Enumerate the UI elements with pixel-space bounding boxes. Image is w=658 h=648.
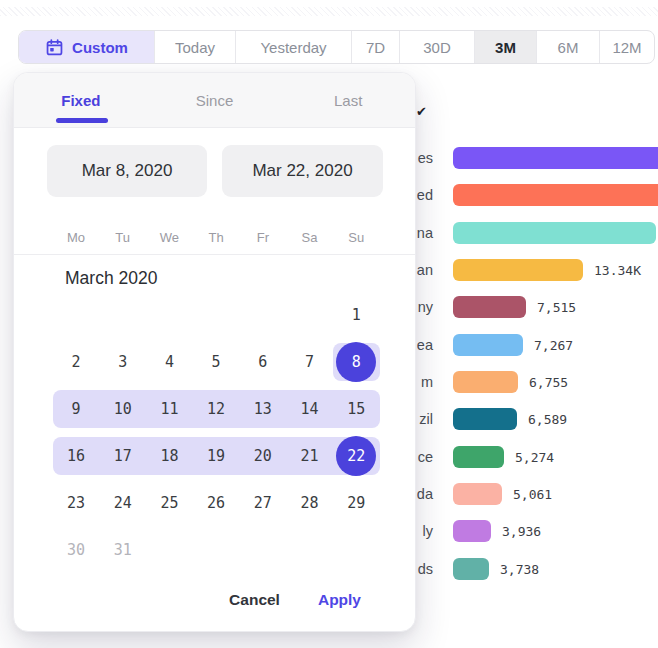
- bar-ea[interactable]: [453, 334, 523, 356]
- bar-label-fragment: ly: [423, 523, 433, 539]
- calendar-day-13[interactable]: 13: [239, 386, 286, 433]
- day-number: 18: [160, 447, 178, 465]
- bar-ny[interactable]: [453, 296, 526, 318]
- calendar-day-8[interactable]: 8: [333, 339, 380, 386]
- calendar-day-31: 31: [99, 527, 146, 574]
- period-6m-button[interactable]: 6M: [536, 31, 599, 63]
- period-12m-button[interactable]: 12M: [599, 31, 654, 63]
- bar-label-fragment: m: [421, 374, 433, 390]
- calendar-day-2[interactable]: 2: [53, 339, 100, 386]
- bar-value: 5,061: [513, 486, 552, 501]
- calendar-day-6[interactable]: 6: [239, 339, 286, 386]
- bar-ds[interactable]: [453, 558, 489, 580]
- calendar-day-21[interactable]: 21: [286, 433, 333, 480]
- bar-label-fragment: na: [417, 225, 433, 241]
- calendar-grid: 1234567891011121314151617181920212223242…: [14, 73, 415, 631]
- bar-value: 6,755: [529, 374, 568, 389]
- calendar-day-11[interactable]: 11: [146, 386, 193, 433]
- bar-m[interactable]: [453, 371, 518, 393]
- calendar-day-1[interactable]: 1: [333, 292, 380, 339]
- day-number: 17: [114, 447, 132, 465]
- date-range-popover: Fixed Since Last Mar 8, 2020 Mar 22, 202…: [13, 72, 416, 632]
- apply-button[interactable]: Apply: [316, 587, 363, 613]
- bar-label-fragment: ny: [418, 299, 433, 315]
- calendar-day-7[interactable]: 7: [286, 339, 333, 386]
- day-number: 30: [67, 541, 85, 559]
- bar-ed[interactable]: [453, 184, 658, 206]
- cancel-button[interactable]: Cancel: [227, 587, 282, 613]
- period-7d-button[interactable]: 7D: [351, 31, 399, 63]
- popover-footer: Cancel Apply: [14, 578, 415, 622]
- calendar-day-10[interactable]: 10: [99, 386, 146, 433]
- day-number: 1: [352, 306, 361, 324]
- day-number: 14: [301, 400, 319, 418]
- bar-value: 5,274: [515, 449, 554, 464]
- bar-an[interactable]: [453, 259, 583, 281]
- day-number: 5: [212, 353, 221, 371]
- period-custom-button[interactable]: Custom: [19, 31, 154, 63]
- period-3m-button[interactable]: 3M: [474, 31, 536, 63]
- day-number: 29: [347, 494, 365, 512]
- calendar-day-22[interactable]: 22: [333, 433, 380, 480]
- day-number: 24: [114, 494, 132, 512]
- hidden-checkmark-icon: ✔: [416, 104, 427, 119]
- day-number: 16: [67, 447, 85, 465]
- day-number: 31: [114, 541, 132, 559]
- calendar-day-16[interactable]: 16: [53, 433, 100, 480]
- bar-label-fragment: ea: [417, 337, 433, 353]
- calendar-day-15[interactable]: 15: [333, 386, 380, 433]
- day-number: 11: [160, 400, 178, 418]
- day-number: 19: [207, 447, 225, 465]
- bar-value: 7,267: [534, 337, 573, 352]
- day-number: 28: [301, 494, 319, 512]
- calendar-day-20[interactable]: 20: [239, 433, 286, 480]
- bar-value: 13.34K: [594, 262, 641, 277]
- calendar-day-12[interactable]: 12: [193, 386, 240, 433]
- bar-label-fragment: ds: [418, 561, 433, 577]
- calendar-day-26[interactable]: 26: [193, 480, 240, 527]
- period-today-button[interactable]: Today: [154, 31, 235, 63]
- calendar-day-19[interactable]: 19: [193, 433, 240, 480]
- bar-value: 6,589: [528, 412, 567, 427]
- day-number: 26: [207, 494, 225, 512]
- bar-zil[interactable]: [453, 408, 517, 430]
- calendar-day-18[interactable]: 18: [146, 433, 193, 480]
- bar-ly[interactable]: [453, 520, 491, 542]
- day-number: 9: [71, 400, 80, 418]
- calendar-day-27[interactable]: 27: [239, 480, 286, 527]
- day-number: 21: [301, 447, 319, 465]
- calendar-day-3[interactable]: 3: [99, 339, 146, 386]
- bar-na[interactable]: [453, 222, 656, 244]
- day-number: 20: [254, 447, 272, 465]
- day-number: 27: [254, 494, 272, 512]
- calendar-day-4[interactable]: 4: [146, 339, 193, 386]
- bar-value: 7,515: [537, 300, 576, 315]
- day-number: 6: [258, 353, 267, 371]
- bar-es[interactable]: [453, 147, 658, 169]
- day-number: 15: [347, 400, 365, 418]
- calendar-day-23[interactable]: 23: [53, 480, 100, 527]
- bar-label-fragment: da: [417, 486, 433, 502]
- calendar-day-29[interactable]: 29: [333, 480, 380, 527]
- calendar-day-25[interactable]: 25: [146, 480, 193, 527]
- period-yesterday-button[interactable]: Yesterday: [235, 31, 351, 63]
- period-segmented-control: Custom Today Yesterday 7D 30D 3M 6M 12M: [18, 30, 655, 64]
- period-custom-label: Custom: [72, 39, 128, 56]
- calendar-day-9[interactable]: 9: [53, 386, 100, 433]
- day-number: 22: [336, 436, 376, 476]
- calendar-day-28[interactable]: 28: [286, 480, 333, 527]
- bar-label-fragment: ce: [418, 449, 433, 465]
- calendar-day-24[interactable]: 24: [99, 480, 146, 527]
- calendar-day-14[interactable]: 14: [286, 386, 333, 433]
- bar-da[interactable]: [453, 483, 502, 505]
- day-number: 12: [207, 400, 225, 418]
- calendar-day-17[interactable]: 17: [99, 433, 146, 480]
- day-number: 8: [336, 342, 376, 382]
- day-number: 7: [305, 353, 314, 371]
- calendar-day-5[interactable]: 5: [193, 339, 240, 386]
- bar-ce[interactable]: [453, 446, 504, 468]
- day-number: 13: [254, 400, 272, 418]
- bar-label-fragment: es: [418, 150, 433, 166]
- calendar-day-30: 30: [53, 527, 100, 574]
- period-30d-button[interactable]: 30D: [399, 31, 474, 63]
